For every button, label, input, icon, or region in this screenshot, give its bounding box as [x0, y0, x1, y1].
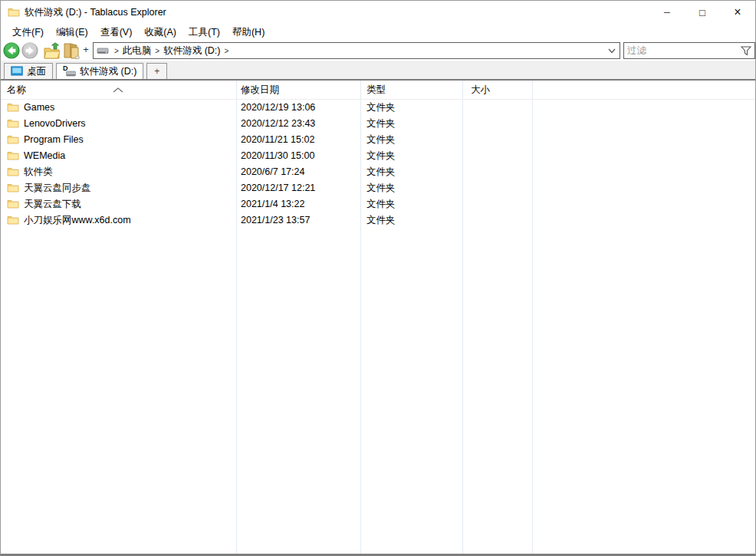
folder-icon: [7, 214, 19, 226]
tab-desktop[interactable]: 桌面: [4, 63, 53, 79]
breadcrumb-drive-d[interactable]: 软件游戏 (D:): [163, 44, 220, 58]
folder-icon: [7, 150, 19, 162]
file-date: 2020/12/12 23:43: [241, 116, 315, 132]
file-type: 文件夹: [366, 164, 396, 180]
file-name: Games: [24, 100, 54, 116]
window-controls: ─ □ ×: [649, 1, 755, 24]
app-folder-icon: [8, 6, 20, 18]
file-row[interactable]: LenovoDrivers 2020/12/12 23:43 文件夹: [1, 116, 755, 132]
menu-file[interactable]: 文件(F): [7, 25, 49, 41]
file-date: 2020/12/17 12:21: [241, 180, 315, 196]
toolbar: + > 此电脑 > 软件游戏 (D:) >: [1, 41, 755, 61]
file-row[interactable]: 天翼云盘下载 2021/1/4 13:22 文件夹: [1, 196, 755, 212]
file-date: 2020/12/19 13:06: [241, 100, 315, 116]
tab-drive-d[interactable]: D 软件游戏 (D:): [56, 63, 143, 79]
folder-icon: [7, 166, 19, 178]
file-type: 文件夹: [366, 212, 396, 229]
folder-icon: [7, 117, 19, 130]
file-row[interactable]: Program Files 2020/11/21 15:02 文件夹: [1, 132, 755, 148]
minimize-button[interactable]: ─: [649, 1, 685, 24]
add-toolbar-button[interactable]: +: [81, 44, 90, 55]
maximize-button[interactable]: □: [685, 1, 720, 24]
filter-input[interactable]: [624, 44, 741, 58]
app-window: 软件游戏 (D:) - Tablacus Explorer ─ □ × 文件(F…: [0, 0, 756, 556]
column-header-size[interactable]: 大小: [471, 81, 490, 100]
file-date: 2020/6/7 17:24: [241, 164, 304, 180]
column-header-name[interactable]: 名称: [7, 81, 26, 100]
filter-funnel-icon[interactable]: [741, 46, 751, 56]
new-tab-button[interactable]: +: [146, 63, 167, 79]
file-type: 文件夹: [366, 148, 396, 164]
title-bar: 软件游戏 (D:) - Tablacus Explorer ─ □ ×: [1, 1, 755, 24]
file-name: 软件类: [24, 164, 53, 180]
file-date: 2020/11/30 15:00: [241, 148, 314, 164]
column-header-date-modified[interactable]: 修改日期: [241, 81, 279, 100]
file-type: 文件夹: [366, 196, 396, 212]
folder-icon: [7, 133, 19, 146]
breadcrumb-separator: >: [155, 47, 159, 55]
file-row[interactable]: Games 2020/12/19 13:06 文件夹: [1, 100, 755, 116]
file-name: LenovoDrivers: [24, 116, 86, 132]
tab-label: 软件游戏 (D:): [80, 65, 136, 78]
file-date: 2020/11/21 15:02: [241, 132, 314, 148]
address-dropdown-chevron-icon[interactable]: [607, 46, 616, 55]
file-date: 2021/1/23 13:57: [241, 212, 310, 229]
menu-help[interactable]: 帮助(H): [227, 25, 270, 41]
up-button[interactable]: [43, 42, 61, 61]
file-name: 小刀娱乐网www.x6d.com: [24, 212, 131, 229]
file-type: 文件夹: [366, 132, 396, 148]
file-name: Program Files: [24, 132, 84, 148]
window-title: 软件游戏 (D:) - Tablacus Explorer: [25, 6, 166, 19]
file-row[interactable]: 小刀娱乐网www.x6d.com 2021/1/23 13:57 文件夹: [1, 212, 755, 229]
file-row[interactable]: 天翼云盘同步盘 2020/12/17 12:21 文件夹: [1, 180, 755, 196]
back-button[interactable]: [3, 42, 20, 59]
folder-icon: [7, 182, 19, 194]
file-name: 天翼云盘同步盘: [24, 180, 91, 196]
folder-icon: [7, 101, 19, 114]
drive-d-icon: D: [63, 66, 76, 77]
drive-icon: [97, 46, 109, 55]
file-name: 天翼云盘下载: [24, 196, 81, 212]
file-type: 文件夹: [366, 180, 396, 196]
forward-button[interactable]: [21, 42, 38, 59]
column-header-type[interactable]: 类型: [366, 81, 386, 100]
file-type: 文件夹: [366, 116, 396, 132]
breadcrumb-separator: >: [114, 47, 119, 55]
breadcrumb-this-pc[interactable]: 此电脑: [123, 44, 152, 58]
filter-box: [623, 42, 755, 59]
breadcrumb-separator: >: [225, 47, 229, 55]
file-row[interactable]: WEMedia 2020/11/30 15:00 文件夹: [1, 148, 755, 164]
close-button[interactable]: ×: [720, 1, 755, 24]
folder-icon: [7, 198, 19, 210]
menu-favorites[interactable]: 收藏(A): [139, 25, 182, 41]
column-headers: 名称 修改日期 类型 大小: [1, 81, 755, 100]
file-type: 文件夹: [366, 100, 396, 116]
tab-bar: 桌面 D 软件游戏 (D:) +: [1, 61, 755, 81]
menu-bar: 文件(F) 编辑(E) 查看(V) 收藏(A) 工具(T) 帮助(H): [1, 24, 755, 41]
address-bar[interactable]: > 此电脑 > 软件游戏 (D:) >: [93, 42, 620, 59]
folders-button[interactable]: [61, 41, 81, 61]
desktop-icon: [11, 66, 23, 77]
menu-view[interactable]: 查看(V): [95, 25, 138, 41]
file-date: 2021/1/4 13:22: [241, 196, 304, 212]
tab-label: 桌面: [27, 65, 46, 78]
menu-tools[interactable]: 工具(T): [183, 25, 225, 41]
menu-edit[interactable]: 编辑(E): [51, 25, 94, 41]
file-name: WEMedia: [24, 148, 65, 164]
file-list-pane: 名称 修改日期 类型 大小 Games 2020/12/19 13:06 文件夹…: [1, 81, 755, 554]
file-row[interactable]: 软件类 2020/6/7 17:24 文件夹: [1, 164, 755, 180]
